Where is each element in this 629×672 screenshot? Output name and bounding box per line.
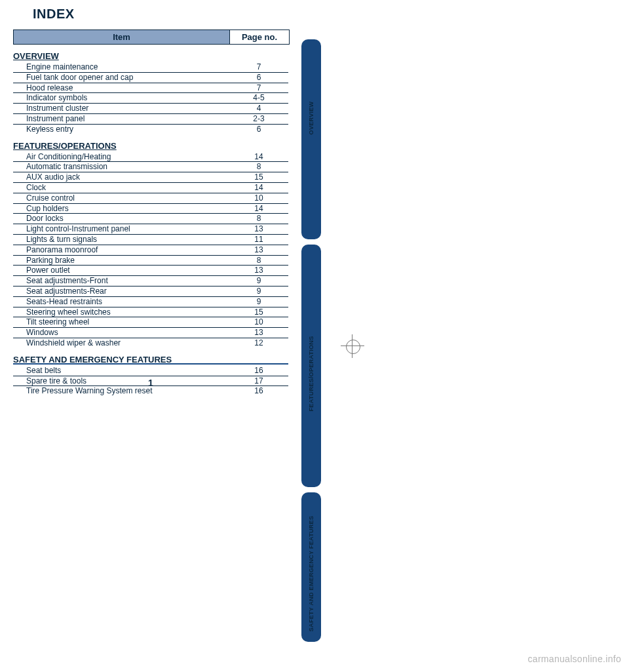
index-page-number: 2-3	[229, 115, 288, 124]
index-page-number: 16	[229, 387, 288, 396]
index-item: Instrument cluster	[13, 104, 229, 113]
index-row: Power outlet13	[13, 266, 288, 276]
index-header: Item Page no.	[13, 30, 290, 45]
index-row: Engine maintenance7	[13, 62, 288, 73]
index-row: Cup holders14	[13, 204, 288, 214]
index-row: Indicator symbols4-5	[13, 93, 288, 104]
index-page-number: 7	[229, 63, 288, 72]
index-item: Instrument panel	[13, 115, 229, 124]
index-page-number: 4	[229, 104, 288, 113]
bottom-rule	[13, 363, 288, 365]
index-item: Seat adjustments-Rear	[13, 287, 229, 296]
index-page-number: 12	[229, 339, 288, 348]
index-item: Tilt steering wheel	[13, 318, 229, 327]
index-row: Hood release7	[13, 83, 288, 94]
index-page-number: 13	[229, 266, 288, 275]
index-item: Seats-Head restraints	[13, 298, 229, 307]
page-title: INDEX	[33, 7, 288, 22]
index-page-number: 4-5	[229, 94, 288, 103]
index-page-number: 6	[229, 73, 288, 83]
index-row: Steering wheel switches15	[13, 307, 288, 318]
index-page-number: 7	[229, 84, 288, 93]
index-page-number: 8	[229, 214, 288, 224]
index-item: Seat belts	[13, 366, 229, 376]
index-row: Seat adjustments-Rear9	[13, 287, 288, 297]
index-page-number: 10	[229, 194, 288, 203]
index-item: AUX audio jack	[13, 173, 229, 182]
index-page-number: 16	[229, 366, 288, 376]
index-item: Fuel tank door opener and cap	[13, 73, 229, 83]
page-number: 1	[13, 378, 288, 388]
index-page-number: 9	[229, 287, 288, 296]
index-item: Windshield wiper & washer	[13, 339, 229, 348]
index-page-number: 13	[229, 328, 288, 338]
index-row: AUX audio jack15	[13, 172, 288, 183]
index-page-number: 6	[229, 125, 288, 134]
side-tab-label-overview: OVERVIEW	[308, 102, 314, 135]
index-row: Windshield wiper & washer12	[13, 338, 288, 348]
side-tab-label-safety: SAFETY AND EMERGENCY FEATURES	[308, 516, 314, 631]
index-row: Fuel tank door opener and cap6	[13, 73, 288, 83]
index-row: Panorama moonroof13	[13, 245, 288, 256]
index-item: Steering wheel switches	[13, 308, 229, 317]
sections-container: OVERVIEWEngine maintenance7Fuel tank doo…	[13, 51, 288, 396]
watermark: carmanualsonline.info	[528, 654, 622, 664]
header-page-label: Page no.	[229, 30, 289, 44]
side-tab-label-features: FEATURES/OPERATIONS	[308, 336, 314, 412]
section-heading: FEATURES/OPERATIONS	[13, 141, 288, 151]
index-item: Engine maintenance	[13, 63, 229, 72]
index-page-number: 9	[229, 277, 288, 286]
header-item-label: Item	[14, 30, 229, 44]
registration-mark-icon	[341, 334, 364, 358]
index-item: Cup holders	[13, 205, 229, 214]
index-page-number: 14	[229, 205, 288, 214]
index-page-number: 14	[229, 153, 288, 162]
index-page-number: 15	[229, 173, 288, 182]
index-item: Light control-Instrument panel	[13, 225, 229, 234]
index-row: Clock14	[13, 183, 288, 193]
index-page-number: 8	[229, 163, 288, 172]
index-item: Hood release	[13, 84, 229, 93]
index-page-number: 8	[229, 256, 288, 266]
side-tab-overview	[301, 39, 321, 239]
section-heading: OVERVIEW	[13, 51, 288, 61]
index-row: Keyless entry6	[13, 125, 288, 134]
index-row: Instrument cluster4	[13, 104, 288, 114]
index-row: Seat belts16	[13, 366, 288, 376]
index-row: Instrument panel2-3	[13, 114, 288, 125]
index-item: Lights & turn signals	[13, 235, 229, 245]
index-row: Cruise control10	[13, 193, 288, 204]
index-page-number: 13	[229, 246, 288, 255]
index-page-number: 10	[229, 318, 288, 327]
index-row: Parking brake8	[13, 256, 288, 266]
index-row: Seat adjustments-Front9	[13, 276, 288, 287]
index-row: Seats-Head restraints9	[13, 297, 288, 307]
index-row: Tilt steering wheel10	[13, 317, 288, 328]
index-item: Door locks	[13, 214, 229, 224]
index-row: Windows13	[13, 328, 288, 338]
index-page: INDEX Item Page no. OVERVIEWEngine maint…	[13, 3, 288, 396]
index-item: Keyless entry	[13, 125, 229, 134]
index-item: Automatic transmission	[13, 163, 229, 172]
index-page-number: 15	[229, 308, 288, 317]
index-item: Seat adjustments-Front	[13, 277, 229, 286]
index-row: Lights & turn signals11	[13, 235, 288, 245]
index-item: Panorama moonroof	[13, 246, 229, 255]
index-page-number: 14	[229, 184, 288, 193]
index-page-number: 11	[229, 235, 288, 245]
index-page-number: 9	[229, 298, 288, 307]
index-item: Cruise control	[13, 194, 229, 203]
index-row: Door locks8	[13, 214, 288, 224]
index-item: Parking brake	[13, 256, 229, 266]
index-item: Air Conditioning/Heating	[13, 153, 229, 162]
index-row: Automatic transmission8	[13, 162, 288, 172]
side-tab-strip: OVERVIEW FEATURES/OPERATIONS SAFETY AND …	[301, 0, 321, 672]
index-item: Indicator symbols	[13, 94, 229, 103]
index-row: Air Conditioning/Heating14	[13, 152, 288, 163]
index-page-number: 13	[229, 225, 288, 234]
index-item: Windows	[13, 328, 229, 338]
index-item: Clock	[13, 184, 229, 193]
index-row: Light control-Instrument panel13	[13, 224, 288, 235]
index-item: Power outlet	[13, 266, 229, 275]
index-item: Tire Pressure Warning System reset	[13, 387, 229, 396]
